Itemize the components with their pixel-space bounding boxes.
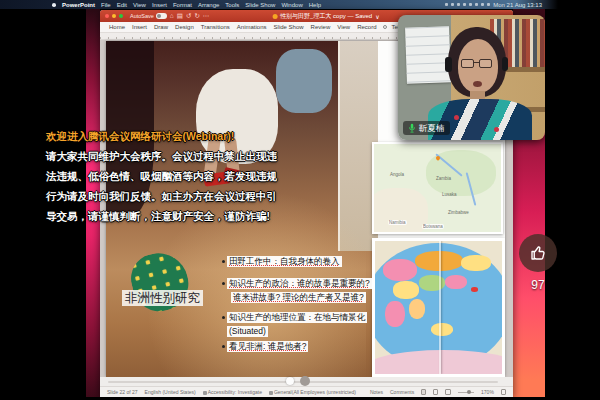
participant-name-badge: 靳夏楠 xyxy=(403,121,450,135)
menu-view[interactable]: View xyxy=(133,2,146,8)
reaction-count: 97 xyxy=(519,278,557,292)
accessibility-status[interactable]: Accessibility: Investigate xyxy=(203,389,262,395)
title-chevron-icon[interactable]: ∨ xyxy=(375,13,379,20)
language-status[interactable]: English (United States) xyxy=(145,389,196,395)
document-title: 性别与田野_理工大 copy — Saved ∨ xyxy=(272,10,379,22)
participant-video-tile[interactable]: 靳夏楠 xyxy=(398,15,545,140)
slide-bullet: 田野工作中：自我身体的卷入 xyxy=(227,256,342,267)
shirt-dot xyxy=(454,115,459,120)
map-region xyxy=(419,275,445,291)
notice-line: 行为请及时向我们反馈。如主办方在会议过程中引 xyxy=(46,186,298,206)
menu-bar-status-tray: Mon 21 Aug 13:13 xyxy=(445,2,600,8)
fit-slide-icon[interactable] xyxy=(501,389,506,395)
africa-map-image: Angola Zambia Lusaka Zimbabwe Namibia Bo… xyxy=(372,142,503,234)
zoom-level[interactable]: 170% xyxy=(481,389,494,395)
microphone-icon xyxy=(408,123,416,133)
redo-icon[interactable]: ↻ xyxy=(194,13,199,20)
macos-menu-bar: PowerPoint File Edit View Insert Format … xyxy=(0,0,600,9)
thumbs-up-reaction[interactable] xyxy=(519,234,557,272)
accessibility-icon xyxy=(203,391,207,395)
menu-slideshow[interactable]: Slide Show xyxy=(245,2,275,8)
map-region xyxy=(393,281,419,299)
tray-icon[interactable] xyxy=(451,3,454,6)
slide-position[interactable]: Slide 22 of 27 xyxy=(107,389,138,395)
minimize-button[interactable] xyxy=(112,14,116,18)
bullet-icon xyxy=(222,282,225,285)
close-button[interactable] xyxy=(105,14,109,18)
map-region xyxy=(445,275,467,289)
scrollbar-thumb[interactable] xyxy=(300,376,310,386)
bullet-icon xyxy=(222,345,225,348)
map-label-zimbabwe: Zimbabwe xyxy=(448,210,469,215)
menu-arrange[interactable]: Arrange xyxy=(198,2,219,8)
tab-draw[interactable]: Draw xyxy=(151,24,171,30)
wifi-icon[interactable] xyxy=(481,3,484,6)
tab-slideshow[interactable]: Slide Show xyxy=(271,24,307,30)
glasses-lens xyxy=(479,59,492,68)
tray-icon[interactable] xyxy=(475,3,478,6)
tab-review[interactable]: Review xyxy=(308,24,334,30)
slide-side-label: 非洲性别研究 xyxy=(122,290,203,306)
participant-mouth xyxy=(473,81,482,87)
slide-bullet: 知识生产的政治：谁的故事是重要的? xyxy=(227,278,372,289)
tab-insert[interactable]: Insert xyxy=(129,24,150,30)
home-icon[interactable]: ⌂ xyxy=(170,13,174,20)
map-region xyxy=(471,287,478,292)
map-fold-line xyxy=(439,241,441,374)
notes-button[interactable]: Notes xyxy=(370,389,383,395)
tray-icon[interactable] xyxy=(445,3,448,6)
africa-map-inner: Angola Zambia Lusaka Zimbabwe Namibia Bo… xyxy=(374,144,501,232)
menu-format[interactable]: Format xyxy=(173,2,192,8)
tab-record[interactable]: Record xyxy=(354,24,379,30)
sensitivity-label[interactable]: General(All Employees (unrestricted) xyxy=(269,389,356,395)
menu-bar-clock[interactable]: Mon 21 Aug 13:13 xyxy=(493,2,542,8)
tab-animations[interactable]: Animations xyxy=(234,24,270,30)
screen: PowerPoint File Edit View Insert Format … xyxy=(0,0,600,400)
menu-window[interactable]: Window xyxy=(281,2,302,8)
menu-edit[interactable]: Edit xyxy=(117,2,127,8)
headphone-left xyxy=(445,57,452,72)
status-bar: Slide 22 of 27 English (United States) A… xyxy=(100,386,513,397)
slide-sorter-view-icon[interactable] xyxy=(433,389,438,395)
autosave-label: AutoSave xyxy=(130,13,154,19)
tray-icon[interactable] xyxy=(469,3,472,6)
map-region xyxy=(409,299,425,319)
comments-button[interactable]: Comments xyxy=(390,389,414,395)
more-icon[interactable]: ⋯ xyxy=(203,13,210,20)
participant-name: 靳夏楠 xyxy=(419,121,445,135)
tray-icon[interactable] xyxy=(457,3,460,6)
autosave-toggle[interactable]: AutoSave xyxy=(130,13,167,19)
menu-help[interactable]: Help xyxy=(309,2,321,8)
undo-icon[interactable]: ↺ xyxy=(186,13,191,20)
bullet-icon xyxy=(222,260,225,263)
bullet-icon xyxy=(222,316,225,319)
menu-file[interactable]: File xyxy=(101,2,111,8)
menu-app-name[interactable]: PowerPoint xyxy=(62,2,95,8)
horizontal-scrollbar[interactable] xyxy=(100,377,513,386)
zoom-slider[interactable] xyxy=(458,392,474,393)
normal-view-icon[interactable] xyxy=(421,389,426,395)
apple-menu-icon[interactable] xyxy=(52,3,56,7)
map-label-lusaka: Lusaka xyxy=(442,192,457,197)
tab-design[interactable]: Design xyxy=(172,24,197,30)
notice-line: 法违规、低俗色情、吸烟酗酒等内容，若发现违规 xyxy=(46,166,298,186)
menu-insert[interactable]: Insert xyxy=(152,2,167,8)
notice-headline: 欢迎进入腾讯会议网络研讨会(Webinar)! xyxy=(46,126,298,146)
notice-line: 请大家共同维护大会秩序。会议过程中禁止出现违 xyxy=(46,146,298,166)
save-icon[interactable]: ▤ xyxy=(177,13,183,20)
tab-home[interactable]: Home xyxy=(106,24,128,30)
thumbs-up-icon xyxy=(529,244,547,262)
shirt-dot xyxy=(494,127,499,132)
reading-view-icon[interactable] xyxy=(445,389,450,395)
menu-tools[interactable]: Tools xyxy=(225,2,239,8)
menu-items: PowerPoint File Edit View Insert Format … xyxy=(0,2,321,8)
tab-transitions[interactable]: Transitions xyxy=(198,24,233,30)
world-map-image xyxy=(372,238,505,377)
autosave-switch[interactable] xyxy=(156,13,167,19)
zoom-button[interactable] xyxy=(119,14,123,18)
tab-view[interactable]: View xyxy=(334,24,353,30)
map-label-zambia: Zambia xyxy=(436,176,451,181)
tray-icon[interactable] xyxy=(463,3,466,6)
battery-icon[interactable] xyxy=(487,3,490,6)
scrollbar-dot[interactable] xyxy=(286,377,294,385)
